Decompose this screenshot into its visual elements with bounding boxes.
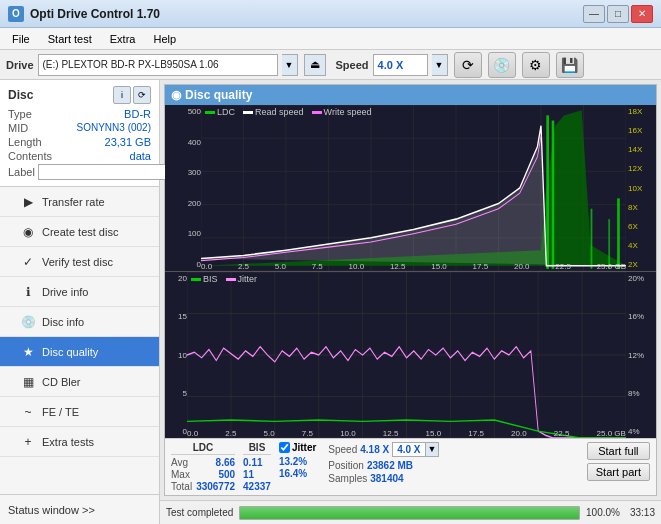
cd-bler-icon: ▦ — [20, 374, 36, 390]
sidebar-item-label: Create test disc — [42, 226, 118, 238]
drive-value: (E:) PLEXTOR BD-R PX-LB950SA 1.06 — [43, 59, 219, 70]
svg-rect-20 — [591, 209, 593, 269]
chart-bottom-svg — [187, 272, 626, 438]
chart-bottom-legend: BIS Jitter — [191, 274, 257, 284]
avg-label: Avg — [171, 457, 188, 468]
avg-jitter-value: 13.2% — [279, 456, 307, 467]
jitter-legend-dot — [226, 278, 236, 281]
read-speed-legend-dot — [243, 111, 253, 114]
sidebar: Disc i ⟳ Type BD-R MID SONYNN3 (002) Len… — [0, 80, 160, 524]
disc-label-input[interactable] — [38, 164, 171, 180]
disc-contents-value: data — [130, 150, 151, 162]
progress-bar-fill — [240, 507, 579, 519]
write-speed-legend-dot — [312, 111, 322, 114]
speed-select[interactable]: 4.0 X — [373, 54, 428, 76]
disc-type-label: Type — [8, 108, 32, 120]
speed-box-arrow[interactable]: ▼ — [426, 442, 440, 457]
disc-info-icon: 💿 — [20, 314, 36, 330]
fe-te-icon: ~ — [20, 404, 36, 420]
save-button[interactable]: 💾 — [556, 52, 584, 78]
chart-top-x-axis: 0.02.55.07.510.012.515.017.520.022.525.0… — [201, 262, 626, 271]
sidebar-item-fe-te[interactable]: ~ FE / TE — [0, 397, 159, 427]
disc-image-button[interactable]: 💿 — [488, 52, 516, 78]
speed-stat-select[interactable]: 4.0 X ▼ — [392, 442, 439, 457]
drive-dropdown-arrow[interactable]: ▼ — [282, 54, 298, 76]
total-ldc-value: 3306772 — [196, 481, 235, 492]
sidebar-item-drive-info[interactable]: ℹ Drive info — [0, 277, 159, 307]
action-buttons: Start full Start part — [587, 442, 650, 481]
samples-label: Samples — [328, 473, 367, 484]
jitter-checkbox[interactable] — [279, 442, 290, 453]
sidebar-item-disc-quality[interactable]: ★ Disc quality — [0, 337, 159, 367]
ldc-header: LDC — [171, 442, 235, 455]
speed-stat-label: Speed — [328, 444, 357, 455]
menu-start-test[interactable]: Start test — [40, 31, 100, 47]
chart-top: LDC Read speed Write speed 500 — [165, 105, 656, 272]
progress-area: Test completed 100.0% 33:13 — [160, 500, 661, 524]
disc-label-key: Label — [8, 166, 35, 178]
sidebar-item-label: Drive info — [42, 286, 88, 298]
write-speed-legend-label: Write speed — [324, 107, 372, 117]
drivebar: Drive (E:) PLEXTOR BD-R PX-LB950SA 1.06 … — [0, 50, 661, 80]
transfer-rate-icon: ▶ — [20, 194, 36, 210]
verify-test-disc-icon: ✓ — [20, 254, 36, 270]
maximize-button[interactable]: □ — [607, 5, 629, 23]
content-area: ◉ Disc quality LDC Read speed — [160, 80, 661, 524]
total-bis-value: 42337 — [243, 481, 271, 492]
bis-header: BIS — [243, 442, 271, 455]
sidebar-item-cd-bler[interactable]: ▦ CD Bler — [0, 367, 159, 397]
menu-help[interactable]: Help — [145, 31, 184, 47]
sidebar-item-create-test-disc[interactable]: ◉ Create test disc — [0, 217, 159, 247]
speed-value: 4.0 X — [378, 59, 404, 71]
progress-time: 33:13 — [630, 507, 655, 518]
charts-area: LDC Read speed Write speed 500 — [165, 105, 656, 438]
spin-button[interactable]: ⟳ — [454, 52, 482, 78]
start-part-button[interactable]: Start part — [587, 463, 650, 481]
position-label: Position — [328, 460, 364, 471]
disc-mid-label: MID — [8, 122, 28, 134]
speed-stat-value: 4.18 X — [360, 444, 389, 455]
sidebar-item-label: CD Bler — [42, 376, 81, 388]
start-full-button[interactable]: Start full — [587, 442, 650, 460]
drive-eject-button[interactable]: ⏏ — [304, 54, 326, 76]
disc-info-button[interactable]: i — [113, 86, 131, 104]
sidebar-item-transfer-rate[interactable]: ▶ Transfer rate — [0, 187, 159, 217]
position-value: 23862 MB — [367, 460, 413, 471]
create-test-disc-icon: ◉ — [20, 224, 36, 240]
ldc-legend-label: LDC — [217, 107, 235, 117]
sidebar-item-disc-info[interactable]: 💿 Disc info — [0, 307, 159, 337]
chart-top-y-right: 18X 16X 14X 12X 10X 8X 6X 4X 2X — [626, 105, 656, 271]
sidebar-item-label: Extra tests — [42, 436, 94, 448]
disc-refresh-button[interactable]: ⟳ — [133, 86, 151, 104]
sidebar-item-verify-test-disc[interactable]: ✓ Verify test disc — [0, 247, 159, 277]
drive-select[interactable]: (E:) PLEXTOR BD-R PX-LB950SA 1.06 — [38, 54, 278, 76]
chart-header-icon: ◉ — [171, 88, 181, 102]
status-window-button[interactable]: Status window >> — [0, 494, 159, 524]
bis-stats: BIS 0.11 11 42337 — [243, 442, 271, 492]
jitter-checkbox-label: Jitter — [292, 442, 316, 453]
sidebar-item-label: Verify test disc — [42, 256, 113, 268]
sidebar-item-extra-tests[interactable]: + Extra tests — [0, 427, 159, 457]
settings-button[interactable]: ⚙ — [522, 52, 550, 78]
chart-bottom-y-right: 20% 16% 12% 8% 4% — [626, 272, 656, 438]
minimize-button[interactable]: — — [583, 5, 605, 23]
chart-bottom-y-left: 20 15 10 5 0 — [165, 272, 187, 438]
menu-file[interactable]: File — [4, 31, 38, 47]
chart-bottom-x-axis: 0.02.55.07.510.012.515.017.520.022.525.0… — [187, 429, 626, 438]
menu-extra[interactable]: Extra — [102, 31, 144, 47]
status-text: Test completed — [166, 507, 233, 518]
disc-mid-value: SONYNN3 (002) — [77, 122, 151, 134]
max-label: Max — [171, 469, 190, 480]
close-button[interactable]: ✕ — [631, 5, 653, 23]
jitter-checkbox-row[interactable]: Jitter — [279, 442, 316, 453]
speed-dropdown-arrow[interactable]: ▼ — [432, 54, 448, 76]
progress-percent: 100.0% — [586, 507, 620, 518]
svg-rect-22 — [617, 198, 620, 269]
chart-top-legend: LDC Read speed Write speed — [205, 107, 371, 117]
app-icon: O — [8, 6, 24, 22]
ldc-stats: LDC Avg8.66 Max500 Total3306772 — [171, 442, 235, 492]
chart-panel: ◉ Disc quality LDC Read speed — [164, 84, 657, 496]
chart-title: Disc quality — [185, 88, 252, 102]
extra-tests-icon: + — [20, 434, 36, 450]
legend-ldc: LDC — [205, 107, 235, 117]
